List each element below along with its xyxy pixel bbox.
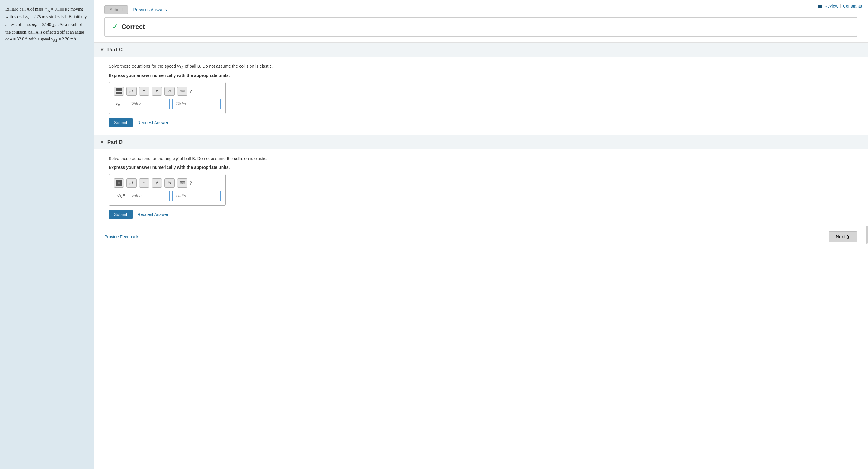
review-link[interactable]: Review [824,4,838,8]
part-c-answer-box: μÅ ↰ ↱ ↻ ⌨ ? [108,82,226,114]
problem-sidebar: Billiard ball A of mass mA = 0.100 kg mo… [0,0,94,469]
part-d-answer-box: μÅ ↰ ↱ ↻ ⌨ ? [108,174,226,206]
part-d-title: Part D [107,139,123,145]
part-d-header: ▼ Part D [94,135,868,149]
part-d-symbol-tool[interactable]: μÅ [126,178,137,187]
part-d-action-row: Submit Request Answer [108,210,857,219]
part-c-toolbar: μÅ ↰ ↱ ↻ ⌨ ? [114,87,221,96]
correct-box: ✓ Correct [104,17,857,37]
problem-text: Billiard ball A of mass mA = 0.100 kg mo… [5,6,88,43]
part-d-units-input[interactable] [172,190,221,201]
part-d-request-answer-link[interactable]: Request Answer [137,212,168,217]
part-d-submit-button[interactable]: Submit [108,210,133,219]
separator: | [840,4,841,8]
part-c-symbol-tool[interactable]: μÅ [126,87,137,96]
scrollbar[interactable] [866,226,868,244]
part-c-action-row: Submit Request Answer [108,118,857,127]
part-c-undo-button[interactable]: ↰ [139,87,149,96]
part-d-instruction: Solve these equations for the angle β of… [108,155,857,162]
part-d-help-button[interactable]: ? [190,181,192,186]
part-c-header: ▼ Part C [94,42,868,57]
part-c-collapse-arrow[interactable]: ▼ [100,47,104,53]
previous-answers-link[interactable]: Previous Answers [133,7,167,12]
part-d-undo-button[interactable]: ↰ [139,178,149,187]
part-d-bold-instruction: Express your answer numerically with the… [108,165,857,170]
part-c-value-input[interactable] [128,99,170,109]
part-c-section: ▼ Part C Solve these equations for the s… [94,42,868,135]
part-c-help-button[interactable]: ? [190,89,192,94]
provide-feedback-link[interactable]: Provide Feedback [104,234,138,239]
part-d-collapse-arrow[interactable]: ▼ [100,140,104,145]
part-c-submit-button[interactable]: Submit [108,118,133,127]
part-c-units-input[interactable] [172,99,221,109]
part-c-redo-button[interactable]: ↱ [152,87,162,96]
part-d-input-row: θB = [114,190,221,201]
part-d-toolbar: μÅ ↰ ↱ ↻ ⌨ ? [114,178,221,187]
part-c-title: Part C [107,47,123,53]
next-button[interactable]: Next ❯ [829,231,857,242]
part-c-var-label: vB1 = [114,101,125,107]
part-d-redo-button[interactable]: ↱ [152,178,162,187]
review-icon [817,5,823,7]
part-c-refresh-button[interactable]: ↻ [164,87,175,96]
part-d-template-tool[interactable] [114,178,124,187]
check-icon: ✓ [112,23,118,31]
part-d-body: Solve these equations for the angle β of… [94,149,868,226]
part-d-section: ▼ Part D Solve these equations for the a… [94,135,868,226]
top-bar: Review | Constants [817,4,862,8]
submit-button-top[interactable]: Submit [104,5,128,14]
part-d-value-input[interactable] [128,190,170,201]
part-c-template-tool[interactable] [114,87,124,96]
part-c-bold-instruction: Express your answer numerically with the… [108,73,857,78]
part-c-request-answer-link[interactable]: Request Answer [137,120,168,125]
part-c-keyboard-button[interactable]: ⌨ [177,87,187,96]
main-content: Review | Constants Submit Previous Answe… [94,0,868,469]
part-d-keyboard-button[interactable]: ⌨ [177,178,187,187]
part-c-input-row: vB1 = [114,99,221,109]
part-c-instruction: Solve these equations for the speed vB1 … [108,63,857,70]
part-d-refresh-button[interactable]: ↻ [164,178,175,187]
part-d-var-label: θB = [114,193,125,199]
submit-row: Submit Previous Answers [94,0,868,17]
part-c-body: Solve these equations for the speed vB1 … [94,57,868,135]
correct-label: Correct [121,23,145,31]
constants-link[interactable]: Constants [843,4,862,8]
bottom-bar: Provide Feedback Next ❯ [94,226,868,247]
